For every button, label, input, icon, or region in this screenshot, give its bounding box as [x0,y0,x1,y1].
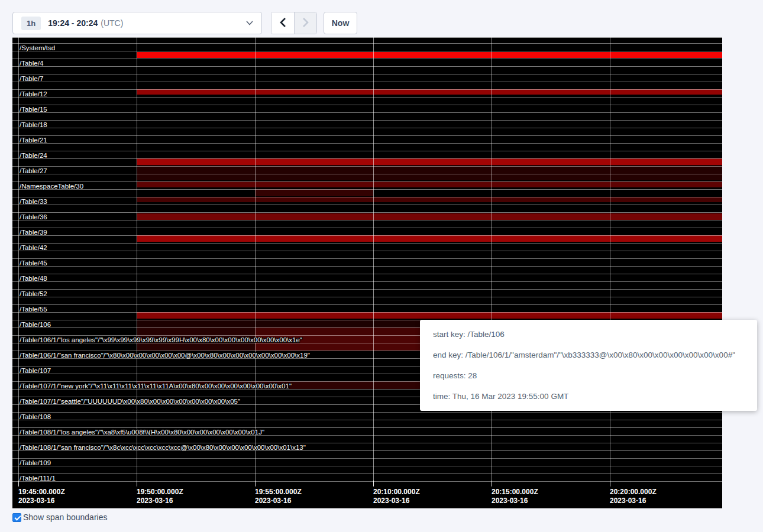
heat-band [137,312,722,319]
time-gridline [610,37,610,482]
heat-band [137,181,722,187]
span-boundary-line [12,166,722,167]
span-boundary-line [12,312,722,313]
span-boundary-line [12,420,722,420]
time-range-dropdown[interactable]: 1h 19:24 - 20:24 (UTC) [12,12,262,34]
time-axis-tick [18,481,19,486]
time-toolbar: 1h 19:24 - 20:24 (UTC) Now [12,12,357,34]
span-row-label: /Table/24 [20,152,47,160]
span-row-label: /Table/4 [20,60,43,67]
span-boundary-line [12,174,722,174]
span-row-label: /Table/21 [20,137,47,144]
span-boundary-line [12,128,722,128]
time-range-timezone: (UTC) [101,18,123,28]
span-row-label: /Table/106/1/"los angeles"/"\x99\x99\x99… [20,336,302,344]
time-gridline [18,37,19,482]
time-axis-label: 20:10:00.000Z2023-03-16 [373,488,420,505]
span-row-label: /Table/107 [20,367,51,375]
span-boundary-line [12,235,722,236]
span-row-label: /Table/27 [20,167,47,175]
span-boundary-line [12,82,722,82]
time-range-value: 19:24 - 20:24 [48,18,98,28]
time-axis-tick [255,481,256,486]
next-time-window-button[interactable] [294,12,316,34]
footer-controls: Show span boundaries [12,512,107,522]
time-axis-label: 20:20:00.000Z2023-03-16 [610,488,657,505]
time-axis-tick [137,481,137,486]
span-boundary-line [12,228,722,228]
span-row-label: /Table/108/1/"san francisco"/"\x8c\xcc\x… [20,444,306,452]
tooltip-time: time: Thu, 16 Mar 2023 19:55:00 GMT [433,392,744,401]
span-boundary-line [12,181,722,182]
span-boundary-line [12,297,722,297]
span-row-label: /Table/15 [20,106,47,113]
span-boundary-line [12,481,722,482]
heat-band [137,89,722,95]
span-boundary-line [12,212,722,213]
span-boundary-line [12,205,722,205]
span-row-label: /Table/7 [20,75,43,83]
now-button[interactable]: Now [324,12,357,34]
span-row-label: /Table/55 [20,306,47,313]
span-boundary-line [12,143,722,144]
heat-band [137,158,722,165]
span-boundary-line [12,112,722,113]
heat-band [137,213,722,220]
span-row-label: /Table/36 [20,213,47,221]
span-row-label: /Table/18 [20,121,47,129]
tooltip-requests: requests: 28 [433,371,744,380]
heat-band [255,189,373,196]
time-axis-tick [373,481,374,486]
span-boundary-line [12,443,722,443]
span-boundary-line [12,473,722,474]
tooltip-start-key: start key: /Table/106 [433,330,744,339]
time-gridline [373,37,374,482]
span-boundary-line [12,189,722,190]
span-row-label: /Table/107/1/"seattle"/"UUUUUUD\x00\x80\… [20,398,240,406]
show-span-boundaries-checkbox[interactable] [12,513,21,522]
chevron-down-icon [246,21,253,25]
span-boundary-line [12,427,722,428]
heat-band [137,165,722,180]
span-boundary-line [12,220,722,220]
span-row-label: /System/tsd [20,44,55,52]
span-boundary-line [12,43,722,44]
span-boundary-line [12,158,722,159]
span-boundary-line [12,105,722,105]
time-gridline [255,37,256,482]
span-row-label: /Table/33 [20,198,47,206]
span-row-label: /Table/48 [20,275,47,283]
span-boundary-line [12,243,722,244]
span-boundary-line [12,51,722,51]
span-boundary-line [12,74,722,74]
span-boundary-line [12,258,722,259]
previous-time-window-button[interactable] [271,12,294,34]
span-row-label: /Table/111/1 [20,475,56,482]
chevron-right-icon [302,17,310,30]
span-boundary-line [12,37,722,38]
heatmap-tooltip: start key: /Table/106 end key: /Table/10… [420,320,757,411]
time-gridline [492,37,492,482]
span-boundary-line [12,97,722,98]
span-row-label: /Table/109 [20,459,51,467]
time-nav-group [271,12,317,34]
span-row-label: /Table/107/1/"new york"/"\x11\x11\x11\x1… [20,382,292,390]
span-row-label: /Table/106 [20,321,51,329]
time-axis-label: 20:15:00.000Z2023-03-16 [492,488,538,505]
span-boundary-line [12,289,722,290]
span-boundary-line [12,466,722,466]
span-boundary-line [12,151,722,151]
show-span-boundaries-label: Show span boundaries [23,512,107,522]
span-boundary-line [12,412,722,413]
time-axis-tick [610,481,610,486]
span-boundary-line [12,135,722,136]
span-row-label: /Table/12 [20,90,47,98]
span-row-label: /Table/106/1/"san francisco"/"\x80\x00\x… [20,352,310,359]
span-boundary-line [12,197,722,197]
span-boundary-line [12,304,722,305]
key-visualizer-heatmap[interactable]: 19:45:00.000Z2023-03-1619:50:00.000Z2023… [12,37,722,508]
span-row-label: /Table/108 [20,413,51,421]
time-axis-tick [492,481,492,486]
time-axis-label: 19:45:00.000Z2023-03-16 [18,488,65,505]
heat-band [137,197,722,202]
